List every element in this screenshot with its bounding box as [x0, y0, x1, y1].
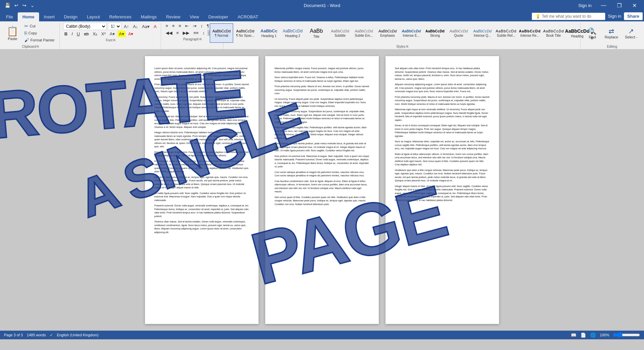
- style-heading2[interactable]: AaBbCcDd Heading 2: [281, 23, 304, 43]
- print-layout-button[interactable]: 📄: [581, 333, 586, 338]
- tab-insert[interactable]: Insert: [39, 12, 59, 21]
- style-title[interactable]: AaBb Title: [305, 23, 328, 43]
- page-3: Sed aliquam odio vitae tortor. Proin hen…: [385, 56, 499, 324]
- close-button[interactable]: ✕: [628, 0, 641, 11]
- tab-file[interactable]: File: [1, 12, 18, 21]
- scissors-icon: ✂: [24, 23, 28, 29]
- style-subtitle[interactable]: AaBbCcDd Subtitle: [328, 23, 352, 43]
- zoom-slider[interactable]: [613, 332, 640, 338]
- style-subtle-reference[interactable]: AaBbCcDd Subtle Ref...: [494, 23, 518, 43]
- customize-qa-button[interactable]: ⌄: [29, 2, 36, 9]
- underline-button[interactable]: U: [75, 31, 81, 37]
- text-effects-button[interactable]: A▾: [108, 31, 116, 37]
- clear-formatting-button[interactable]: A: [152, 23, 158, 30]
- clipboard-group: 📋 Paste ✂ Cut ⎘ Copy 🖌 Format Painter C: [1, 23, 60, 49]
- increase-indent-button[interactable]: ⇥: [191, 23, 198, 29]
- document-title: Document1 - Word: [304, 3, 340, 8]
- read-mode-button[interactable]: 📖: [571, 333, 577, 338]
- ribbon-content: 📋 Paste ✂ Cut ⎘ Copy 🖌 Format Painter C: [0, 21, 644, 49]
- multilevel-button[interactable]: ≡: [177, 23, 183, 29]
- tab-layout[interactable]: Layout: [82, 12, 105, 21]
- highlight-button[interactable]: A▾: [118, 31, 126, 37]
- find-icon: 🔍: [588, 27, 597, 35]
- increase-font-button[interactable]: A↑: [123, 23, 130, 30]
- styles-group: AaBbCcDd ¶ Normal AaBbCcDd ¶ No Spac... …: [224, 23, 581, 49]
- format-painter-button[interactable]: 🖌 Format Painter: [22, 37, 57, 43]
- undo-button[interactable]: ↩: [13, 2, 20, 9]
- cut-button[interactable]: ✂ Cut: [22, 23, 57, 29]
- replace-icon: ⇄: [609, 27, 614, 35]
- style-heading1[interactable]: AaBbCc Heading 1: [257, 23, 281, 43]
- line-spacing-button[interactable]: ↕: [201, 30, 206, 36]
- sort-button[interactable]: ↕: [199, 23, 204, 29]
- page-2: Maecenas porttitor congue massa. Fusce p…: [265, 56, 379, 324]
- decrease-font-button[interactable]: A↓: [132, 23, 139, 30]
- tab-home[interactable]: Home: [18, 12, 39, 21]
- statusbar-right: 📖 📄 🌐 100%: [571, 332, 640, 338]
- copy-button[interactable]: ⎘ Copy: [22, 30, 57, 36]
- align-left-button[interactable]: ◀◀: [164, 30, 174, 36]
- lightbulb-icon: 💡: [535, 14, 540, 19]
- share-button[interactable]: Share: [624, 12, 643, 20]
- editing-group: 🔍 Find ⇄ Replace ↗ Select - Editing: [581, 23, 643, 49]
- style-no-spacing[interactable]: AaBbCcDd ¶ No Spac...: [233, 23, 257, 43]
- align-right-button[interactable]: ▶▶: [181, 30, 191, 36]
- zoom-level: 100%: [600, 333, 609, 337]
- tab-acrobat[interactable]: ACROBAT: [233, 12, 263, 21]
- italic-button[interactable]: I: [70, 31, 74, 37]
- style-subtle-emphasis[interactable]: AaBbCcDd Subtle Em...: [352, 23, 375, 43]
- save-button[interactable]: 💾: [3, 2, 12, 9]
- paragraph-expand-icon[interactable]: ⧉: [199, 37, 201, 41]
- maximize-button[interactable]: ❐: [613, 0, 626, 11]
- tab-developer[interactable]: Developer: [204, 12, 233, 21]
- redo-button[interactable]: ↪: [21, 2, 28, 9]
- word-count: 1485 words: [27, 333, 46, 337]
- numbering-button[interactable]: ≡: [171, 23, 176, 29]
- font-color-button[interactable]: A▾: [127, 31, 135, 37]
- font-expand-icon[interactable]: ⧉: [113, 38, 115, 42]
- titlebar-right: Sign in — ❐ ✕: [576, 0, 641, 11]
- style-book-title[interactable]: AaBbCcDd Book Title: [542, 23, 565, 43]
- font-size-select[interactable]: 11: [108, 23, 121, 30]
- subscript-button[interactable]: X₂: [92, 31, 99, 37]
- tab-view[interactable]: View: [185, 12, 204, 21]
- select-button[interactable]: ↗ Select -: [622, 26, 640, 40]
- tab-design[interactable]: Design: [59, 12, 82, 21]
- document-area: ROTATE A SINGLE PAGE Lorem ipsum dolor s…: [0, 49, 644, 331]
- justify-button[interactable]: ≡≡: [192, 30, 200, 36]
- statusbar: Page 3 of 3 1485 words ✓ English (United…: [0, 331, 644, 339]
- style-intense-emphasis[interactable]: AaBbCcDd Intense E...: [399, 23, 423, 43]
- style-strong[interactable]: AaBbCcDd Strong: [423, 23, 447, 43]
- page-1: Lorem ipsum dolor sit amet, consectetur …: [145, 56, 259, 324]
- superscript-button[interactable]: X²: [100, 31, 107, 37]
- font-face-select[interactable]: Calibri (Body): [63, 23, 107, 30]
- web-layout-button[interactable]: 🌐: [590, 333, 596, 338]
- bold-button[interactable]: B: [63, 31, 69, 37]
- style-quote[interactable]: AaBbCcDd Quote: [447, 23, 470, 43]
- page-info: Page 3 of 3: [4, 333, 23, 337]
- bullets-button[interactable]: ≡: [164, 23, 170, 29]
- tab-mailings[interactable]: Mailings: [136, 12, 162, 21]
- spell-check-icon: ✓: [50, 333, 53, 337]
- tab-references[interactable]: References: [105, 12, 136, 21]
- strikethrough-button[interactable]: ab: [83, 31, 90, 37]
- minimize-button[interactable]: —: [597, 0, 610, 11]
- style-intense-quote[interactable]: AaBbCcDd Intense Q...: [471, 23, 494, 43]
- styles-expand-icon[interactable]: ⧉: [406, 45, 408, 48]
- signin-link[interactable]: Sign in: [608, 14, 621, 19]
- clipboard-expand-icon[interactable]: ⧉: [37, 45, 39, 48]
- paste-icon: 📋: [7, 26, 18, 37]
- copy-icon: ⎘: [24, 30, 27, 36]
- tell-me-input[interactable]: 💡 Tell me what you want to do: [532, 13, 605, 20]
- tab-review[interactable]: Review: [161, 12, 185, 21]
- paste-button[interactable]: 📋 Paste: [4, 24, 21, 42]
- signin-button[interactable]: Sign in: [576, 2, 594, 9]
- style-intense-reference[interactable]: AaBbCcDd Intense Re...: [518, 23, 541, 43]
- style-normal[interactable]: AaBbCcDd ¶ Normal: [210, 23, 233, 43]
- replace-button[interactable]: ⇄ Replace: [602, 26, 621, 40]
- style-emphasis[interactable]: AaBbCcDd Emphasis: [376, 23, 399, 43]
- decrease-indent-button[interactable]: ⇤: [184, 23, 190, 29]
- find-button[interactable]: 🔍 Find: [584, 26, 601, 40]
- align-center-button[interactable]: ≡: [175, 30, 180, 36]
- change-case-button[interactable]: Aa▾: [141, 23, 151, 30]
